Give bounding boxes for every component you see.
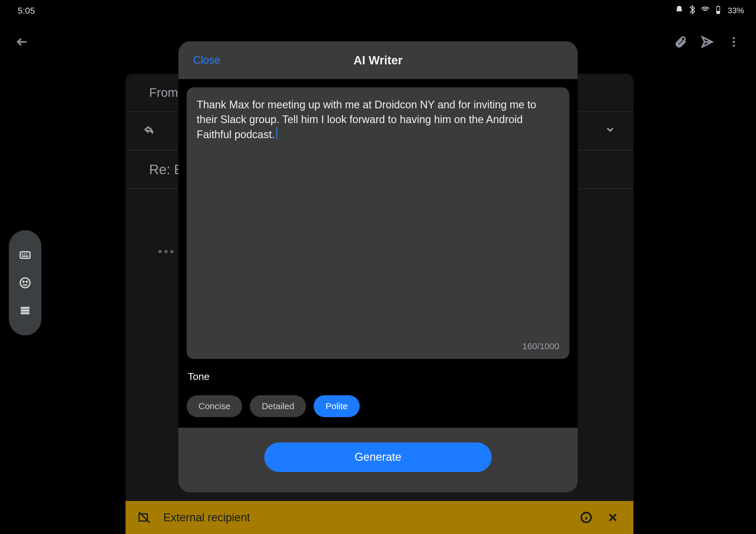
external-recipient-bar: External recipient (125, 501, 634, 534)
tone-chip-polite[interactable]: Polite (313, 395, 359, 417)
svg-point-7 (20, 278, 30, 288)
svg-point-8 (23, 281, 24, 282)
status-time: 5:05 (18, 6, 35, 16)
svg-rect-6 (20, 252, 30, 258)
svg-rect-2 (717, 6, 719, 7)
svg-point-9 (26, 281, 27, 282)
external-info-button[interactable] (577, 509, 595, 526)
send-button[interactable] (694, 29, 720, 55)
close-button[interactable]: Close (193, 54, 220, 67)
paperclip-icon (674, 36, 687, 48)
tone-section: Tone Concise Detailed Polite (178, 359, 578, 428)
char-count: 160/1000 (523, 341, 559, 351)
menu-button[interactable] (16, 302, 34, 319)
modal-header: Close AI Writer (178, 41, 578, 79)
ai-writer-modal: Close AI Writer Thank Max for meeting up… (178, 41, 578, 493)
close-icon (606, 511, 619, 524)
more-vert-icon (727, 36, 740, 48)
info-icon (580, 511, 593, 524)
keyboard-toolbar-pill (9, 230, 41, 335)
prompt-textarea[interactable]: Thank Max for meeting up with me at Droi… (187, 87, 569, 359)
attach-button[interactable] (667, 29, 694, 55)
external-off-icon (137, 510, 151, 524)
subject-text: Re: E (149, 161, 183, 177)
battery-icon (714, 5, 723, 16)
expand-recipients[interactable] (605, 124, 616, 138)
tone-label: Tone (188, 371, 569, 382)
svg-point-4 (733, 41, 735, 43)
wifi-icon (700, 5, 710, 16)
reply-icon (143, 124, 154, 138)
tone-chip-detailed[interactable]: Detailed (250, 395, 306, 417)
modal-title: AI Writer (178, 54, 578, 67)
chevron-down-icon (605, 124, 616, 135)
more-button[interactable] (720, 29, 747, 55)
hamburger-icon (19, 304, 32, 317)
modal-footer: Generate (178, 428, 578, 493)
arrow-left-icon (16, 36, 29, 48)
back-button[interactable] (9, 29, 36, 55)
tone-chips: Concise Detailed Polite (187, 395, 569, 417)
status-icons: 33% (674, 5, 744, 16)
status-bar: 5:05 33% (0, 0, 756, 21)
svg-point-3 (733, 37, 735, 39)
keyboard-icon (19, 249, 32, 261)
external-recipient-text: External recipient (163, 511, 566, 524)
from-label: From (149, 86, 178, 100)
svg-point-5 (733, 44, 735, 47)
svg-rect-1 (717, 11, 720, 13)
generate-button[interactable]: Generate (264, 442, 492, 472)
battery-text: 33% (728, 6, 744, 15)
keyboard-button[interactable] (16, 246, 34, 264)
modal-body: Thank Max for meeting up with me at Droi… (178, 79, 578, 359)
send-icon (701, 36, 714, 48)
emoji-button[interactable] (16, 274, 34, 292)
tone-chip-concise[interactable]: Concise (187, 395, 242, 417)
text-cursor (276, 127, 277, 139)
bluetooth-icon (688, 5, 697, 16)
prompt-text: Thank Max for meeting up with me at Droi… (197, 98, 539, 141)
mute-icon (674, 5, 684, 16)
emoji-icon (19, 276, 32, 289)
external-dismiss-button[interactable] (604, 509, 622, 526)
